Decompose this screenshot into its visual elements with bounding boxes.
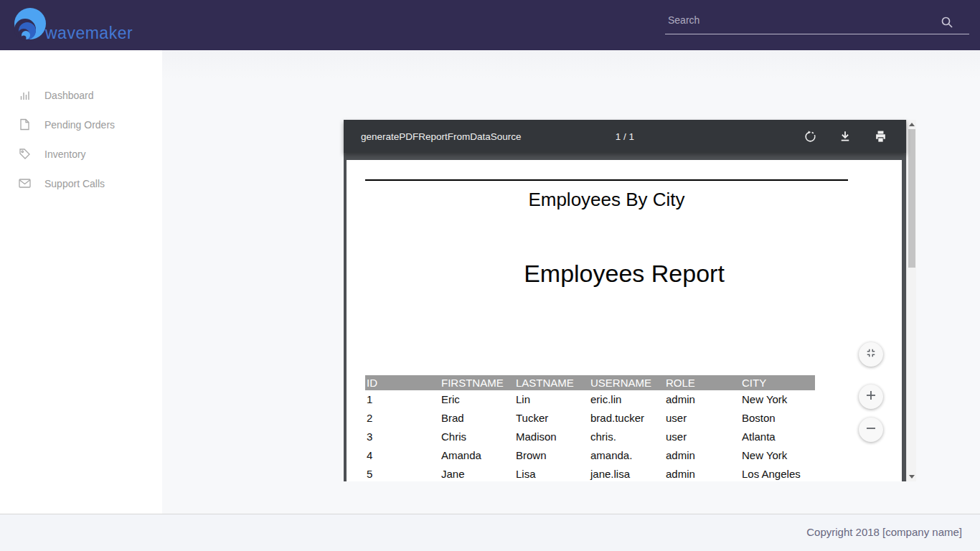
column-header: ID [365,375,440,390]
cell-role: admin [664,390,740,409]
cell-id: 1 [365,390,440,409]
table-row: 2 Brad Tucker brad.tucker user Boston [365,409,815,428]
column-header: ROLE [664,375,740,390]
column-header: LASTNAME [514,375,589,390]
print-icon[interactable] [873,129,887,143]
column-header: CITY [740,375,815,390]
app-header: wavemaker [0,0,980,50]
sidebar-nav: Dashboard Pending Orders Inventory Suppo… [0,50,162,514]
table-row: 4 Amanda Brown amanda. admin New York [365,446,815,465]
rotate-icon[interactable] [803,129,817,143]
cell-role: user [664,409,740,428]
cell-id: 4 [365,446,440,465]
pdf-document-title: generatePDFReportFromDataSource [361,131,522,142]
scrollbar-up-arrow-icon[interactable] [907,120,917,129]
cell-id: 3 [365,428,440,446]
table-row: 5 Jane Lisa jane.lisa admin Los Angeles [365,465,815,481]
table-row: 1 Eric Lin eric.lin admin New York [365,390,815,409]
scrollbar-thumb[interactable] [908,129,915,268]
envelope-icon [19,177,31,189]
search-icon[interactable] [941,16,953,32]
minus-icon [865,423,877,437]
zoom-out-button[interactable] [859,418,883,442]
sidebar-item-inventory[interactable]: Inventory [0,139,162,169]
cell-lastname: Madison [514,428,589,446]
cell-city: Los Angeles [740,465,815,481]
cell-id: 5 [365,465,440,481]
table-row: 3 Chris Madison chris. user Atlanta [365,428,815,446]
cell-role: admin [664,446,740,465]
cell-username: jane.lisa [589,465,664,481]
brand-logo-text: wavemaker [45,24,133,43]
sidebar-item-label: Dashboard [44,90,94,101]
cell-username: amanda. [589,446,664,465]
document-icon [19,118,31,131]
report-title: Employees Report [347,260,902,288]
employees-table: ID FIRSTNAME LASTNAME USERNAME ROLE CITY… [365,375,815,481]
cell-lastname: Brown [514,446,589,465]
cell-lastname: Lisa [514,465,589,481]
cell-city: New York [740,390,815,409]
cell-lastname: Lin [514,390,589,409]
pdf-page: Employees By City Employees Report ID FI… [347,160,902,481]
cell-city: Atlanta [740,428,815,446]
sidebar-item-support-calls[interactable]: Support Calls [0,169,162,198]
copyright-text: Copyright 2018 [company name] [806,526,962,538]
cell-city: Boston [740,409,815,428]
scrollbar-down-arrow-icon[interactable] [907,472,917,481]
zoom-in-button[interactable] [859,385,883,409]
cell-firstname: Jane [440,465,514,481]
cell-lastname: Tucker [514,409,589,428]
cell-username: eric.lin [589,390,664,409]
download-icon[interactable] [838,129,852,143]
search-container [665,10,969,39]
cell-username: chris. [589,428,664,446]
column-header: FIRSTNAME [440,375,514,390]
cell-firstname: Eric [440,390,514,409]
pdf-viewer: generatePDFReportFromDataSource 1 / 1 [344,120,916,481]
sidebar-item-dashboard[interactable]: Dashboard [0,80,162,110]
cell-firstname: Brad [440,409,514,428]
report-subtitle: Employees By City [365,189,848,211]
bar-chart-icon [19,89,31,101]
cell-id: 2 [365,409,440,428]
table-header-row: ID FIRSTNAME LASTNAME USERNAME ROLE CITY [365,375,815,390]
pdf-scrollbar[interactable] [906,120,916,481]
sidebar-item-label: Support Calls [44,178,105,189]
plus-icon [865,390,877,404]
cell-city: New York [740,446,815,465]
main-content: generatePDFReportFromDataSource 1 / 1 [162,50,980,514]
cell-username: brad.tucker [589,409,664,428]
brand-logo[interactable]: wavemaker [9,6,133,47]
fit-to-page-button[interactable] [859,342,883,367]
app-footer: Copyright 2018 [company name] [0,514,980,551]
fit-to-page-icon [864,347,877,362]
column-header: USERNAME [589,375,664,390]
cell-firstname: Chris [440,428,514,446]
cell-firstname: Amanda [440,446,514,465]
search-input[interactable] [665,10,969,34]
pdf-toolbar: generatePDFReportFromDataSource 1 / 1 [344,120,906,153]
sidebar-item-label: Inventory [44,149,86,160]
cell-role: admin [664,465,740,481]
tag-icon [19,148,31,160]
wavemaker-wave-icon [9,6,50,47]
pdf-canvas[interactable]: Employees By City Employees Report ID FI… [344,153,906,481]
sidebar-item-label: Pending Orders [44,119,115,131]
report-divider-line [365,179,848,181]
sidebar-item-pending-orders[interactable]: Pending Orders [0,110,162,139]
cell-role: user [664,428,740,446]
